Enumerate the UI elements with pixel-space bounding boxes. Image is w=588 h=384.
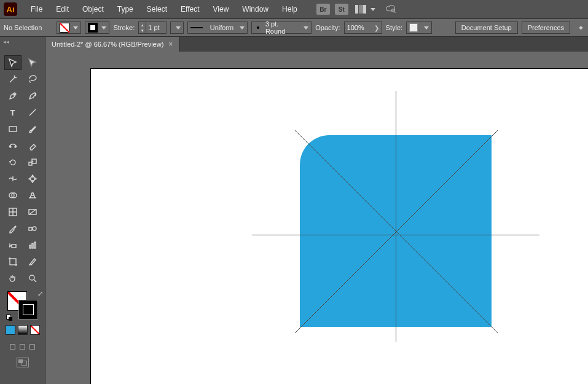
- step-up-icon[interactable]: ▲: [139, 22, 146, 28]
- magic-wand-tool[interactable]: [4, 72, 22, 87]
- draw-normal-icon[interactable]: ◻: [9, 342, 16, 351]
- draw-inside-icon[interactable]: ◻: [29, 342, 36, 351]
- bridge-button[interactable]: Br: [316, 4, 330, 15]
- menu-effect[interactable]: Effect: [174, 2, 205, 16]
- fill-color-picker[interactable]: [57, 22, 81, 34]
- menu-object[interactable]: Object: [76, 2, 110, 16]
- slice-tool[interactable]: [24, 254, 41, 269]
- svg-line-30: [34, 280, 36, 282]
- perspective-grid-tool[interactable]: [24, 188, 41, 203]
- hand-tool[interactable]: [4, 271, 22, 286]
- menu-file[interactable]: File: [25, 2, 49, 16]
- style-swatch-icon: [409, 23, 418, 32]
- menu-edit[interactable]: Edit: [50, 2, 75, 16]
- artboard[interactable]: [91, 69, 588, 384]
- svg-rect-21: [29, 245, 31, 248]
- gradient-tool[interactable]: [24, 205, 41, 219]
- zoom-tool[interactable]: [24, 271, 41, 286]
- color-mode-none[interactable]: [30, 325, 40, 335]
- document-tab[interactable]: Untitled-2* @ 66.67% (RGB/Preview) ×: [45, 37, 179, 52]
- svg-line-17: [29, 210, 36, 214]
- graphic-style-dropdown[interactable]: [406, 22, 432, 34]
- workspace-icon: [355, 5, 366, 14]
- artboard-tool[interactable]: [4, 254, 22, 269]
- svg-point-5: [10, 146, 11, 147]
- stroke-preview-icon: [190, 27, 202, 28]
- opacity-value: 100%: [347, 24, 364, 31]
- svg-rect-22: [32, 243, 33, 248]
- collapse-tools-handle[interactable]: ◂◂: [0, 37, 45, 52]
- stroke-indicator[interactable]: [18, 300, 38, 319]
- lasso-tool[interactable]: [24, 72, 41, 87]
- menu-help[interactable]: Help: [276, 2, 304, 16]
- menu-view[interactable]: View: [207, 2, 235, 16]
- shape-builder-tool[interactable]: [4, 188, 22, 203]
- svg-rect-20: [12, 245, 16, 248]
- selection-status: No Selection: [4, 24, 42, 31]
- chevron-down-icon: [176, 26, 181, 29]
- mesh-tool[interactable]: [4, 205, 22, 219]
- preferences-button[interactable]: Preferences: [522, 22, 570, 34]
- close-tab-icon[interactable]: ×: [168, 40, 173, 49]
- svg-rect-4: [9, 127, 17, 131]
- fill-stroke-block[interactable]: ⤢: [7, 291, 38, 319]
- color-mode-gradient[interactable]: [18, 325, 28, 335]
- chevron-down-icon: [424, 26, 429, 29]
- workspace-switcher[interactable]: [355, 5, 375, 14]
- chevron-down-icon: [370, 8, 375, 11]
- chevron-down-icon: [304, 26, 308, 29]
- paintbrush-tool[interactable]: [24, 122, 41, 136]
- stock-button[interactable]: St: [335, 4, 348, 15]
- direct-selection-tool[interactable]: [24, 55, 41, 70]
- chevron-down-icon: [73, 26, 78, 29]
- eyedropper-tool[interactable]: [4, 221, 22, 236]
- favorites-icon[interactable]: ✦: [578, 23, 584, 33]
- column-graph-tool[interactable]: [24, 238, 41, 253]
- default-fill-stroke-icon[interactable]: [6, 315, 12, 321]
- canvas[interactable]: [45, 52, 588, 384]
- line-segment-tool[interactable]: [24, 105, 41, 120]
- step-down-icon[interactable]: ▼: [139, 28, 146, 33]
- rectangle-tool[interactable]: [4, 122, 22, 136]
- svg-point-19: [33, 227, 36, 230]
- document-setup-button[interactable]: Document Setup: [455, 22, 518, 34]
- guide-vertical: [396, 91, 396, 342]
- stroke-weight-field[interactable]: ▲▼ 1 pt: [138, 22, 167, 34]
- menu-window[interactable]: Window: [236, 2, 275, 16]
- scale-tool[interactable]: [24, 155, 41, 170]
- free-transform-tool[interactable]: [24, 171, 41, 186]
- svg-point-29: [29, 275, 34, 280]
- selection-tool[interactable]: [4, 55, 22, 70]
- chevron-down-icon: [240, 26, 245, 29]
- draw-behind-icon[interactable]: ◻: [19, 342, 26, 351]
- search-adobe-icon[interactable]: [385, 4, 396, 15]
- type-tool[interactable]: T: [4, 105, 22, 120]
- symbol-sprayer-tool[interactable]: [4, 238, 22, 253]
- menu-type[interactable]: Type: [111, 2, 139, 16]
- brush-definition-dropdown[interactable]: 3 pt. Round: [251, 22, 312, 34]
- blend-tool[interactable]: [24, 221, 41, 236]
- app-logo: Ai: [4, 2, 17, 16]
- screen-mode-button[interactable]: [17, 358, 29, 367]
- pen-tool[interactable]: [4, 88, 22, 103]
- stroke-label: Stroke:: [113, 24, 135, 31]
- color-mode-solid[interactable]: [6, 325, 15, 335]
- curvature-tool[interactable]: [24, 88, 41, 103]
- stroke-color-picker[interactable]: [85, 22, 109, 34]
- no-fill-icon: [60, 23, 69, 33]
- rotate-tool[interactable]: [4, 155, 22, 170]
- opacity-field[interactable]: 100% ❯: [344, 22, 382, 34]
- menu-select[interactable]: Select: [141, 2, 173, 16]
- stroke-weight-value[interactable]: 1 pt: [146, 24, 166, 31]
- chevron-down-icon: [101, 26, 106, 29]
- style-label: Style:: [386, 24, 403, 31]
- stroke-weight-dropdown[interactable]: [170, 22, 184, 34]
- width-tool[interactable]: [4, 171, 22, 186]
- svg-line-3: [29, 109, 36, 116]
- shaper-tool[interactable]: [4, 138, 22, 153]
- stroke-profile-dropdown[interactable]: Uniform: [187, 22, 248, 34]
- eraser-tool[interactable]: [24, 138, 41, 153]
- svg-rect-18: [29, 227, 32, 230]
- svg-rect-24: [10, 259, 16, 265]
- swap-fill-stroke-icon[interactable]: ⤢: [37, 290, 43, 298]
